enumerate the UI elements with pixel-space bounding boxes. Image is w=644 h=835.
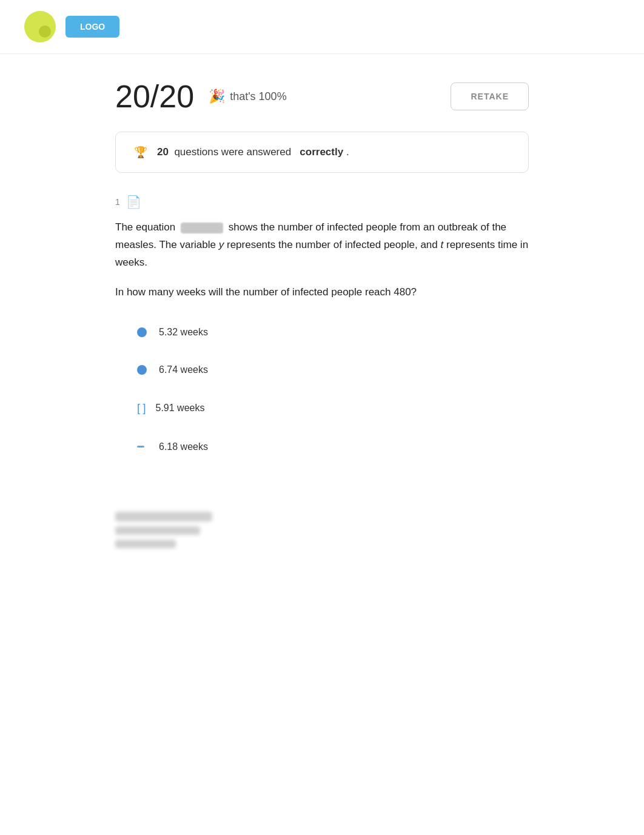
correct-indicators: [ ]: [137, 402, 146, 415]
bottom-blurred-area: [115, 500, 529, 565]
summary-icon: 🏆: [134, 146, 147, 159]
question-block: 1 📄 The equation shows the number of inf…: [115, 195, 529, 463]
text-before-eq: The equation: [115, 221, 175, 233]
summary-box: 🏆 20 questions were answered correctly .: [115, 132, 529, 173]
choice-d[interactable]: 6.18 weeks: [127, 431, 529, 463]
question-prompt: In how many weeks will the number of inf…: [115, 284, 529, 301]
variable-t: t: [441, 239, 444, 250]
score-emoji: 🎉: [209, 89, 225, 104]
bracket-right-icon: ]: [143, 402, 146, 415]
question-text: The equation shows the number of infecte…: [115, 219, 529, 272]
bracket-left-icon: [: [137, 402, 140, 415]
bullet-d: [137, 446, 144, 448]
variable-y: y: [219, 239, 224, 250]
retake-button[interactable]: RETAKE: [451, 82, 529, 110]
choice-a[interactable]: 5.32 weeks: [127, 316, 529, 349]
bullet-b: [137, 365, 147, 375]
equation-blurred: [181, 223, 223, 233]
question-header: 1 📄: [115, 195, 529, 209]
choice-d-label: 6.18 weeks: [159, 441, 208, 452]
blurred-line-3: [115, 540, 176, 548]
summary-correctly: correctly: [300, 146, 343, 158]
nav-button[interactable]: LOGO: [65, 16, 119, 38]
score-value: 20/20: [115, 78, 194, 115]
summary-text-middle: questions were answered: [174, 146, 291, 158]
text-after-y: represents the number of infected people…: [227, 239, 438, 250]
choice-a-label: 5.32 weeks: [159, 327, 208, 338]
doc-icon: 📄: [126, 195, 141, 209]
app-logo: [24, 11, 56, 42]
score-row: 20/20 🎉 that's 100% RETAKE: [115, 78, 529, 115]
answer-choices: 5.32 weeks 6.74 weeks [ ] 5.91 weeks 6.1…: [115, 316, 529, 463]
question-count: 20: [157, 146, 169, 158]
blurred-line-2: [115, 526, 200, 535]
score-percent: that's 100%: [230, 90, 451, 103]
question-number: 1: [115, 197, 120, 207]
choice-b[interactable]: 6.74 weeks: [127, 354, 529, 386]
summary-text: 20 questions were answered correctly .: [157, 146, 349, 158]
choice-b-label: 6.74 weeks: [159, 364, 208, 375]
summary-period: .: [346, 146, 349, 158]
bullet-a: [137, 327, 147, 337]
app-header: LOGO: [0, 0, 644, 54]
choice-c[interactable]: [ ] 5.91 weeks: [127, 391, 529, 426]
blurred-line-1: [115, 512, 212, 521]
choice-c-label: 5.91 weeks: [155, 403, 204, 414]
main-content: 20/20 🎉 that's 100% RETAKE 🏆 20 question…: [0, 54, 644, 589]
